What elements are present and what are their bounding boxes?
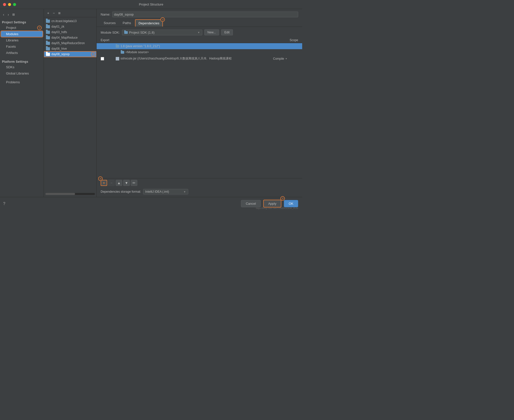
add-module-button[interactable]: + — [46, 11, 50, 16]
module-item[interactable]: day05_MapReduceStron — [44, 40, 96, 46]
folder-icon — [46, 47, 50, 50]
dep-table-header: Export Scope — [97, 37, 302, 43]
tabs-row: Sources Paths Dependencies ③ — [97, 19, 302, 27]
module-name: day06_hive — [51, 47, 67, 50]
module-item[interactable]: cn.itcast.bigdata13 — [44, 18, 96, 24]
help-button[interactable]: ? — [3, 201, 6, 206]
sidebar-item-modules[interactable]: Modules — [1, 31, 43, 37]
sidebar-item-problems[interactable]: Problems — [1, 79, 43, 85]
storage-row: Dependencies storage format: IntelliJ ID… — [97, 187, 302, 197]
module-item[interactable]: day04_MapReduce — [44, 35, 96, 40]
dep-row-jdk[interactable]: 1.8 (java version "1.8.0_212") — [97, 43, 302, 49]
dep-name-jdk: 1.8 (java version "1.8.0_212") — [116, 44, 273, 48]
sidebar-item-artifacts[interactable]: Artifacts — [1, 50, 43, 56]
folder-icon — [46, 42, 50, 45]
sidebar-item-label-modules: Modules — [6, 32, 18, 36]
module-panel: + − ⊞ cn.itcast.bigdata13 day01_zk day03… — [44, 9, 97, 197]
folder-icon — [46, 20, 50, 23]
dep-col-export-header: Export — [101, 38, 116, 42]
sidebar-item-project[interactable]: Project ① — [1, 25, 43, 31]
dep-row-module-source[interactable]: <Module source> — [97, 49, 302, 55]
sdk-select-text: Project SDK (1.8) — [129, 31, 196, 34]
window-title: Project Structure — [139, 3, 163, 6]
project-settings-header: Project Settings — [0, 19, 44, 25]
annotation-4: ④ — [98, 176, 103, 181]
dep-export-sshxcute — [101, 57, 116, 60]
titlebar: Project Structure — [0, 0, 302, 9]
sidebar-item-facets[interactable]: Facets — [1, 44, 43, 49]
module-list: cn.itcast.bigdata13 day01_zk day03_hdfs … — [44, 17, 96, 191]
module-item[interactable]: day01_zk — [44, 24, 96, 29]
sdk-folder-icon — [124, 31, 128, 34]
move-down-dep-button[interactable]: ▼ — [123, 180, 130, 186]
module-name-selected: day08_sqoop — [51, 52, 70, 56]
tab-dependencies[interactable]: Dependencies ③ — [135, 19, 163, 27]
name-input[interactable] — [112, 12, 298, 17]
name-label: Name: — [101, 13, 110, 16]
add-dep-button[interactable]: + — [101, 180, 107, 186]
new-sdk-button[interactable]: New... — [204, 29, 219, 35]
dep-checkbox-sshxcute[interactable] — [101, 57, 104, 60]
dep-scope-select-sshxcute[interactable]: Compile ▼ — [273, 57, 298, 60]
dep-name-sshxcute: sshxcute.jar (/Users/zhaozhuang/Desktop/… — [116, 56, 273, 61]
sdk-label: Module SDK: — [101, 31, 120, 34]
remove-dep-button[interactable]: − — [108, 180, 115, 186]
move-up-dep-button[interactable]: ▲ — [116, 180, 122, 186]
module-toolbar: + − ⊞ — [44, 9, 96, 17]
folder-icon-selected — [46, 53, 50, 56]
platform-settings-header: Platform Settings — [0, 58, 44, 64]
name-row: Name: — [97, 9, 302, 19]
storage-select-dropdown[interactable]: IntelliJ IDEA (.iml) ▼ — [143, 189, 188, 194]
dep-scope-sshxcute[interactable]: Compile ▼ — [273, 57, 298, 60]
sidebar-item-libraries[interactable]: Libraries — [1, 37, 43, 43]
storage-label: Dependencies storage format: — [101, 190, 141, 193]
sidebar-item-label-facets: Facets — [6, 45, 16, 48]
forward-button[interactable]: › — [7, 12, 10, 17]
annotation-1: ① — [37, 26, 42, 30]
horizontal-scrollbar[interactable] — [45, 193, 95, 195]
folder-icon — [46, 36, 50, 39]
cancel-button[interactable]: Cancel — [241, 200, 261, 207]
dep-jar-icon-sshxcute — [116, 57, 119, 60]
maximize-button[interactable] — [13, 3, 16, 6]
copy-module-button[interactable]: ⊞ — [57, 11, 62, 15]
scrollbar-track[interactable] — [44, 191, 96, 197]
dep-col-scope-header: Scope — [273, 38, 298, 42]
dep-list: 1.8 (java version "1.8.0_212") <Module s… — [97, 43, 302, 178]
sidebar: ‹ › ⊞ Project Settings Project ① Modules… — [0, 9, 44, 197]
edit-dep-button[interactable]: ✏ — [131, 180, 137, 186]
edit-sdk-button[interactable]: Edit — [221, 29, 233, 35]
annotation-3: ③ — [160, 17, 165, 22]
sdk-dropdown-arrow: ▼ — [198, 31, 200, 34]
sdk-select-dropdown[interactable]: Project SDK (1.8) ▼ — [122, 30, 202, 35]
module-name: day01_zk — [51, 25, 64, 28]
sidebar-item-sdks[interactable]: SDKs — [1, 64, 43, 70]
minimize-button[interactable] — [8, 3, 11, 6]
tab-sources[interactable]: Sources — [101, 20, 119, 26]
module-item[interactable]: day03_hdfs — [44, 29, 96, 35]
back-button[interactable]: ‹ — [2, 12, 5, 17]
module-name: day03_hdfs — [51, 30, 67, 34]
main-layout: ‹ › ⊞ Project Settings Project ① Modules… — [0, 9, 302, 197]
dep-folder-icon-jdk — [116, 45, 119, 48]
sidebar-item-global-libraries[interactable]: Global Libraries — [1, 71, 43, 76]
dep-scope-arrow-icon: ▼ — [285, 57, 287, 60]
blog-url: https://blog.csdn.net/CODEROOKIE_RUN — [256, 207, 298, 209]
close-button[interactable] — [3, 3, 6, 6]
sidebar-item-label-problems: Problems — [6, 80, 20, 84]
module-item-selected[interactable]: day08_sqoop ② — [44, 51, 96, 57]
module-name: day04_MapReduce — [51, 36, 78, 39]
folder-icon — [46, 25, 50, 28]
module-name: day05_MapReduceStron — [51, 41, 85, 45]
ok-button[interactable]: OK — [284, 200, 298, 207]
module-item[interactable]: day06_hive — [44, 46, 96, 51]
dep-bottom-toolbar: + ④ − ▲ ▼ ✏ — [97, 178, 302, 187]
dep-row-sshxcute[interactable]: sshxcute.jar (/Users/zhaozhuang/Desktop/… — [97, 55, 302, 62]
apply-btn-container: Apply ⑤ — [263, 200, 282, 207]
remove-module-button[interactable]: − — [51, 11, 56, 16]
folder-icon — [46, 31, 50, 34]
tab-paths[interactable]: Paths — [120, 20, 134, 26]
copy-button[interactable]: ⊞ — [11, 12, 16, 17]
sidebar-item-label-artifacts: Artifacts — [6, 51, 18, 55]
apply-button[interactable]: Apply — [263, 200, 282, 207]
